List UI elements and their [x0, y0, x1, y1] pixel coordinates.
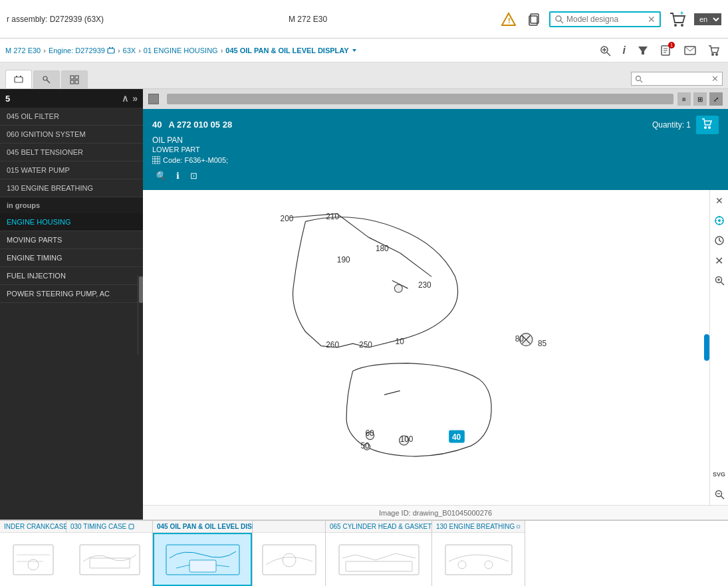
- thumb-label-5[interactable]: 130 ENGINE BREATHING: [432, 521, 525, 533]
- thumb-label-1[interactable]: 030 TIMING CASE: [66, 521, 152, 533]
- diagram-target-btn[interactable]: [711, 213, 727, 229]
- tab-parts[interactable]: [61, 70, 88, 88]
- svg-text:85: 85: [538, 339, 547, 348]
- copy-icon[interactable]: [524, 9, 544, 29]
- thumb-img-4[interactable]: [326, 533, 431, 586]
- sidebar-group-item-1[interactable]: MOVING PARTS: [0, 231, 143, 249]
- svg-point-23: [711, 53, 714, 56]
- sidebar-collapse-icon[interactable]: ∧: [122, 93, 128, 104]
- svg-rect-33: [75, 80, 78, 84]
- svg-text:+: +: [680, 11, 683, 17]
- svg-point-96: [283, 553, 296, 567]
- svg-line-83: [721, 496, 724, 500]
- sidebar-menu-item-1[interactable]: 060 IGNITION SYSTEM: [0, 126, 143, 144]
- model-label: M 272 E30: [117, 15, 499, 24]
- diagram-zoom-out-btn[interactable]: [711, 486, 727, 502]
- diagram-scroll-handle[interactable]: [704, 334, 709, 361]
- svg-text:260: 260: [326, 340, 339, 349]
- thumb-img-2[interactable]: [153, 533, 252, 586]
- model-search-input[interactable]: [566, 15, 646, 24]
- sidebar-expand-icon[interactable]: »: [132, 93, 138, 104]
- thumb-diagram-2: [163, 541, 243, 578]
- model-search-box[interactable]: ✕: [549, 11, 661, 27]
- breadcrumb-item-3[interactable]: 01 ENGINE HOUSING: [144, 47, 218, 54]
- thumb-img-3[interactable]: [253, 533, 325, 586]
- sidebar-menu-item-4[interactable]: 130 ENGINE BREATHING: [0, 179, 143, 197]
- add-to-cart-button[interactable]: [696, 116, 719, 134]
- thumb-diagram-1: [76, 541, 143, 578]
- diagram-close-btn[interactable]: ✕: [711, 193, 727, 209]
- thumb-section-0: INDER CRANKCASE: [0, 521, 66, 586]
- thumb-section-1: 030 TIMING CASE: [66, 521, 153, 586]
- breadcrumb-item-2[interactable]: 63X: [123, 47, 136, 54]
- tab-tools[interactable]: [33, 70, 60, 88]
- thumb-diagram-3: [259, 541, 319, 578]
- cart-breadcrumb-icon[interactable]: [705, 42, 723, 59]
- thumb-img-0[interactable]: [0, 533, 66, 586]
- tab-search-box[interactable]: ✕: [631, 72, 723, 86]
- thumb-label-3[interactable]: [253, 521, 325, 533]
- top-bar-icons: ! ✕ + en de fr: [499, 8, 721, 31]
- thumb-section-5: 130 ENGINE BREATHING: [432, 521, 525, 586]
- sidebar-menu-item-3[interactable]: 015 WATER PUMP: [0, 161, 143, 179]
- language-select[interactable]: en de fr: [694, 13, 721, 25]
- tab-search-icon: [635, 75, 643, 83]
- svg-line-46: [400, 253, 431, 277]
- thumb-label-2[interactable]: 045 OIL PAN & OIL LEVEL DISPLAY: [153, 521, 252, 533]
- sidebar-menu-item-2[interactable]: 045 BELT TENSIONER: [0, 144, 143, 161]
- breadcrumb-icons: i 1: [596, 42, 723, 59]
- sidebar-header-icons: ∧ »: [122, 93, 138, 104]
- thumb-label-0[interactable]: INDER CRANKCASE: [0, 521, 66, 533]
- thumb-img-1[interactable]: [66, 533, 152, 586]
- part-info-icon[interactable]: 🔍: [152, 168, 168, 183]
- thumbnails-bar: INDER CRANKCASE 030 TIMING CASE 045 OIL …: [0, 520, 728, 586]
- svg-text:250: 250: [359, 340, 372, 349]
- diagram-close-x-btn[interactable]: ✕: [711, 252, 727, 268]
- thumb-img-5[interactable]: [432, 533, 525, 586]
- cart-icon[interactable]: +: [666, 8, 689, 31]
- sidebar-menu-item-0[interactable]: 045 OIL FILTER: [0, 108, 143, 126]
- svg-rect-31: [75, 76, 78, 79]
- diagram-history-btn[interactable]: [711, 233, 727, 248]
- clear-search-icon[interactable]: ✕: [648, 14, 656, 25]
- svg-rect-89: [129, 524, 134, 529]
- info-icon[interactable]: i: [620, 42, 628, 59]
- clear-tab-search-icon[interactable]: ✕: [711, 74, 719, 84]
- breadcrumb-item-0[interactable]: M 272 E30: [5, 47, 41, 54]
- svg-point-102: [458, 561, 466, 569]
- svg-text:230: 230: [418, 280, 431, 290]
- tab-engine[interactable]: [5, 70, 32, 88]
- list-view-btn[interactable]: ≡: [677, 92, 691, 106]
- doc-notification-icon[interactable]: 1: [658, 42, 675, 59]
- expand-view-btn[interactable]: ⤢: [709, 92, 723, 106]
- view-icons: ≡ ⊞ ⤢: [677, 92, 723, 106]
- diagram-svg-btn[interactable]: SVG: [711, 466, 727, 482]
- breadcrumb-item-4[interactable]: 045 OIL PAN & OIL LEVEL DISPLAY: [225, 47, 357, 54]
- sidebar-group-item-5[interactable]: COMPRESSOR AND: [0, 303, 143, 306]
- grid-view-btn[interactable]: ⊞: [693, 92, 707, 106]
- image-id-text: Image ID: drawing_B01045000276: [379, 509, 492, 517]
- svg-point-103: [485, 561, 493, 569]
- tab-search-input[interactable]: [645, 74, 711, 84]
- sidebar-group-item-3[interactable]: FUEL INJECTION: [0, 267, 143, 285]
- sidebar-scrollbar-track: [138, 275, 143, 355]
- breadcrumb-item-1[interactable]: Engine: D272939: [49, 47, 115, 54]
- filter-icon[interactable]: [635, 43, 651, 58]
- thumb-link-icon-1: [128, 524, 135, 530]
- svg-rect-91: [90, 558, 130, 568]
- sidebar-scrollbar-thumb[interactable]: [139, 276, 143, 303]
- thumb-link-icon-5: [517, 524, 521, 530]
- mail-icon[interactable]: [681, 43, 699, 58]
- warning-icon[interactable]: !: [499, 9, 519, 29]
- card-checkbox[interactable]: [148, 94, 159, 104]
- sidebar-groups-scroll[interactable]: ENGINE HOUSING MOVING PARTS ENGINE TIMIN…: [0, 213, 143, 306]
- part-detail-icon[interactable]: ℹ: [174, 168, 182, 183]
- sidebar-group-item-0[interactable]: ENGINE HOUSING: [0, 213, 143, 231]
- zoom-in-icon[interactable]: [596, 42, 614, 59]
- sidebar-group-item-4[interactable]: POWER STEERING PUMP, AC: [0, 285, 143, 303]
- thumb-section-2: 045 OIL PAN & OIL LEVEL DISPLAY: [153, 521, 253, 586]
- sidebar-group-item-2[interactable]: ENGINE TIMING: [0, 249, 143, 267]
- diagram-zoom-in-btn[interactable]: [711, 272, 727, 288]
- part-share-icon[interactable]: ⊡: [187, 168, 200, 183]
- thumb-label-4[interactable]: 065 CYLINDER HEAD & GASKET KIT: [326, 521, 431, 533]
